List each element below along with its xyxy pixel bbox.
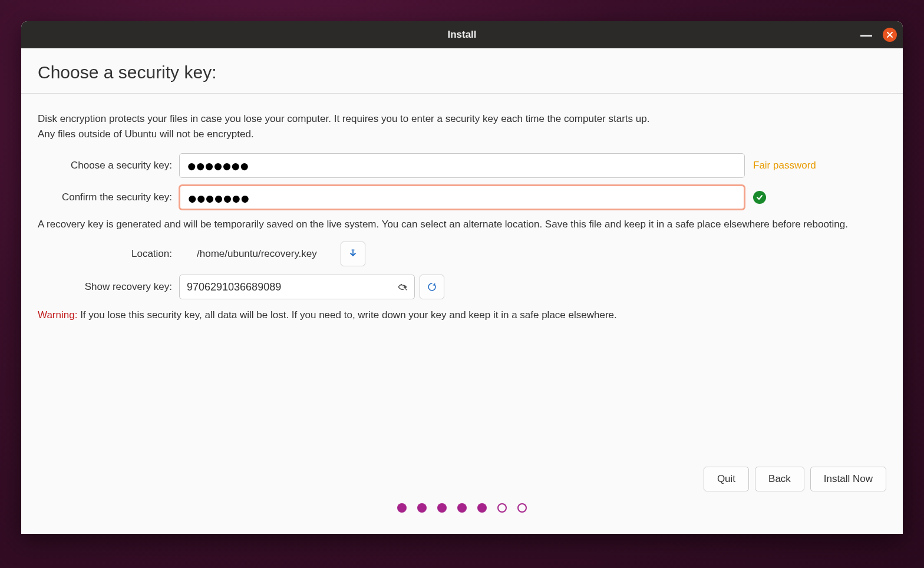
- description-line1: Disk encryption protects your files in c…: [38, 113, 649, 124]
- progress-dot-2: [417, 503, 427, 513]
- install-now-button[interactable]: Install Now: [810, 467, 886, 491]
- password-strength: Fair password: [753, 158, 816, 173]
- location-row: Location: /home/ubuntu/recovery.key: [38, 242, 886, 266]
- progress-dot-5: [477, 503, 487, 513]
- back-button[interactable]: Back: [755, 467, 804, 491]
- svg-rect-1: [351, 249, 355, 251]
- description-line2: Any files outside of Ubuntu will not be …: [38, 128, 254, 140]
- progress-dot-3: [437, 503, 447, 513]
- choose-key-row: Choose a security key: ●●●●●●● Fair pass…: [38, 153, 886, 178]
- window-title: Install: [447, 29, 476, 41]
- quit-button[interactable]: Quit: [704, 467, 749, 491]
- description: Disk encryption protects your files in c…: [38, 111, 886, 143]
- match-check-icon: [753, 191, 766, 204]
- titlebar: Install: [21, 21, 903, 48]
- close-button[interactable]: [883, 28, 897, 42]
- page-content: Disk encryption protects your files in c…: [21, 94, 903, 467]
- location-value: /home/ubuntu/recovery.key: [179, 246, 317, 262]
- progress-dot-6: [497, 503, 507, 513]
- page-title: Choose a security key:: [38, 62, 886, 82]
- save-location-button[interactable]: [341, 242, 365, 266]
- regenerate-key-button[interactable]: [420, 275, 444, 299]
- toggle-visibility-icon[interactable]: [396, 280, 409, 293]
- confirm-key-input[interactable]: ●●●●●●●: [179, 185, 745, 210]
- minimize-button[interactable]: [859, 28, 873, 42]
- warning-text: Warning: If you lose this security key, …: [38, 308, 886, 323]
- progress-dots: [21, 503, 903, 534]
- confirm-key-label: Confirm the security key:: [38, 190, 179, 205]
- svg-rect-0: [860, 35, 872, 37]
- choose-key-input[interactable]: ●●●●●●●: [179, 153, 745, 178]
- window-controls: [859, 28, 897, 42]
- progress-dot-7: [517, 503, 527, 513]
- warning-body: If you lose this security key, all data …: [77, 309, 616, 321]
- page-header: Choose a security key:: [21, 48, 903, 94]
- recovery-description: A recovery key is generated and will be …: [38, 217, 886, 232]
- progress-dot-1: [397, 503, 407, 513]
- location-label: Location:: [38, 246, 179, 262]
- recovery-key-row: Show recovery key:: [38, 275, 886, 299]
- choose-key-label: Choose a security key:: [38, 158, 179, 173]
- download-arrow-icon: [348, 249, 358, 259]
- warning-label: Warning:: [38, 309, 77, 321]
- footer-buttons: Quit Back Install Now: [21, 467, 903, 503]
- confirm-key-row: Confirm the security key: ●●●●●●●: [38, 185, 886, 210]
- refresh-icon: [427, 282, 437, 292]
- progress-dot-4: [457, 503, 467, 513]
- installer-window: Install Choose a security key: Disk encr…: [21, 21, 903, 534]
- recovery-key-input[interactable]: [179, 275, 415, 299]
- show-recovery-label: Show recovery key:: [38, 279, 179, 295]
- recovery-input-wrap: [179, 275, 415, 299]
